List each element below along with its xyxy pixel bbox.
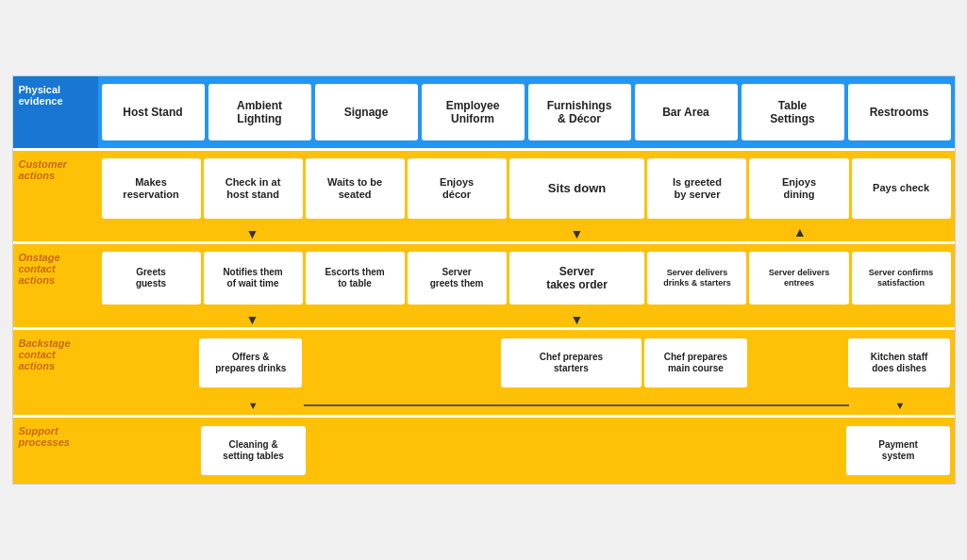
ca-pays-check: Pays check	[852, 158, 951, 219]
arrow-row-1: ▼ ▼ ▼	[13, 226, 955, 241]
ca-makes-reservation: Makes reservation	[102, 158, 201, 219]
arrow-down-bs2: ▼	[248, 401, 258, 411]
pe-restrooms: Restrooms	[848, 84, 951, 140]
arrow-down-checkin: ▼	[246, 227, 259, 240]
support-row: Support processes Cleaning & setting tab…	[13, 418, 955, 484]
bs-offers-drinks: Offers & prepares drinks	[199, 338, 302, 387]
bs-chef-main: Chef prepares main course	[644, 338, 747, 387]
onstage-label: Onstage contact actions	[13, 244, 98, 312]
arrow-down-bs8: ▼	[894, 401, 905, 411]
h-line-bs2	[405, 404, 506, 406]
ca-sits-down: Sits down	[509, 158, 645, 219]
os-delivers-entrees: Server delivers entrees	[749, 252, 848, 305]
physical-evidence-label: Physical evidence	[13, 76, 98, 148]
pe-signage: Signage	[315, 84, 418, 140]
backstage-row: Backstage contact actions Offers & prepa…	[13, 330, 955, 396]
os-server-takes-order: Server takes order	[509, 252, 645, 305]
ca-enjoys-dining: Enjoys dining	[749, 158, 848, 219]
bs-kitchen-dishes: Kitchen staff does dishes	[848, 338, 951, 387]
sp-cleaning-tables: Cleaning & setting tables	[201, 426, 306, 475]
os-server-greets: Server greets them	[408, 252, 507, 305]
support-label: Support processes	[13, 418, 98, 484]
os-confirms-satisfaction: Server confirms satisfaction	[852, 252, 951, 305]
os-greets-guests: Greets guests	[102, 252, 201, 305]
arrow-down-os2: ▼	[246, 313, 259, 326]
pe-furnishings-decor: Furnishings & Décor	[528, 84, 631, 140]
sp-payment-system: Payment system	[846, 426, 951, 475]
customer-actions-content: Makes reservation Check in at host stand…	[98, 151, 955, 226]
backstage-content: Offers & prepares drinks Chef prepares s…	[98, 330, 955, 396]
h-line-bs	[304, 404, 405, 406]
customer-actions-label: Customer actions	[13, 151, 98, 226]
onstage-row: Onstage contact actions Greets guests No…	[13, 244, 955, 312]
os-escorts-table: Escorts them to table	[306, 252, 405, 305]
h-line-bs4	[647, 404, 748, 406]
os-delivers-drinks: Server delivers drinks & starters	[647, 252, 746, 305]
support-content: Cleaning & setting tables Payment system	[98, 418, 955, 484]
pe-bar-area: Bar Area	[635, 84, 738, 140]
backstage-label: Backstage contact actions	[13, 330, 98, 396]
physical-evidence-row: Physical evidence Host Stand Ambient Lig…	[13, 76, 955, 148]
physical-evidence-content: Host Stand Ambient Lighting Signage Empl…	[98, 76, 955, 148]
pe-ambient-lighting: Ambient Lighting	[208, 84, 311, 140]
ca-enjoys-decor: Enjoys décor	[408, 158, 507, 219]
arrow-up-col7: ▼	[793, 227, 807, 240]
arrow-down-sitsdown: ▼	[570, 227, 583, 240]
ca-waits-seated: Waits to be seated	[306, 158, 405, 219]
onstage-content: Greets guests Notifies them of wait time…	[98, 244, 955, 312]
connector-row: ▼ ▼	[13, 396, 955, 415]
bs-chef-starters: Chef prepares starters	[501, 338, 642, 387]
h-line-bs5	[748, 404, 849, 406]
service-blueprint-diagram: Physical evidence Host Stand Ambient Lig…	[12, 75, 956, 485]
os-notifies-wait: Notifies them of wait time	[204, 252, 303, 305]
arrow-down-os5: ▼	[570, 313, 583, 326]
arrow-row-2: ▼ ▼	[13, 312, 955, 327]
pe-host-stand: Host Stand	[102, 84, 205, 140]
customer-actions-row: Customer actions Makes reservation Check…	[13, 151, 955, 226]
h-line-bs3	[506, 404, 647, 406]
ca-greeted-by-server: Is greeted by server	[647, 158, 746, 219]
ca-check-in: Check in at host stand	[204, 158, 303, 219]
pe-table-settings: Table Settings	[742, 84, 844, 140]
pe-employee-uniform: Employee Uniform	[422, 84, 525, 140]
